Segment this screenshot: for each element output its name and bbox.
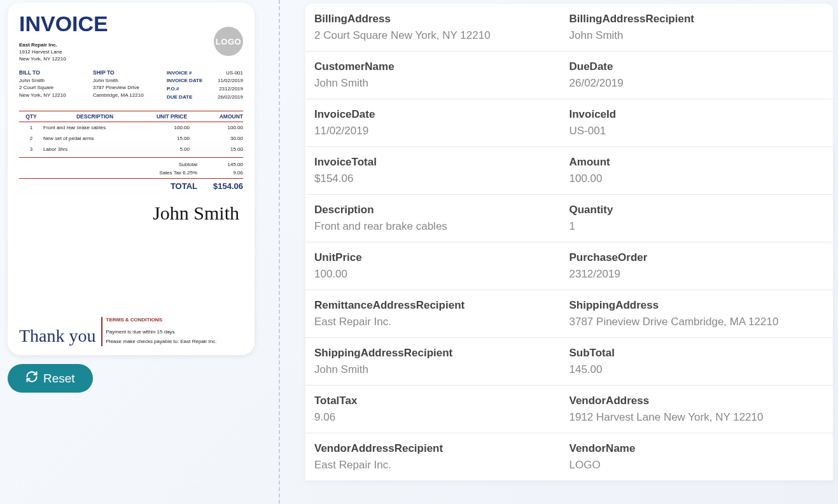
field-label: UnitPrice (314, 251, 569, 264)
items-body: 1Front and rear brake cables100.00100.00… (19, 122, 243, 155)
field-value: US-001 (569, 125, 825, 137)
field-billingaddressrecipient: BillingAddressRecipientJohn Smith (569, 13, 825, 42)
logo-placeholder: LOGO (214, 27, 243, 56)
field-value: 100.00 (569, 172, 825, 185)
field-unitprice: UnitPrice100.00 (314, 251, 569, 281)
field-label: RemittanceAddressRecipient (314, 299, 569, 312)
field-value: 26/02/2019 (569, 77, 825, 90)
field-shippingaddress: ShippingAddress3787 Pineview Drive Cambr… (569, 299, 825, 328)
field-label: VendorAddress (569, 395, 825, 407)
ship-to-block: SHIP TO John Smith 3787 Pineview Drive C… (93, 69, 167, 102)
field-value: 1 (569, 220, 825, 233)
field-label: Amount (569, 156, 825, 169)
field-value: 145.00 (569, 363, 825, 376)
field-value: 2312/2019 (569, 268, 825, 281)
field-value: John Smith (569, 29, 825, 42)
field-value: East Repair Inc. (314, 459, 569, 472)
field-billingaddress: BillingAddress2 Court Square New York, N… (314, 13, 569, 42)
item-row: 1Front and rear brake cables100.00100.00 (19, 122, 243, 133)
field-label: SubTotal (569, 347, 825, 360)
field-row: TotalTax9.06VendorAddress1912 Harvest La… (305, 386, 833, 433)
thank-you-text: Thank you (19, 326, 101, 346)
field-customername: CustomerNameJohn Smith (314, 60, 569, 90)
field-label: Quantity (569, 204, 825, 216)
field-label: CustomerName (314, 60, 569, 73)
field-value: 2 Court Square New York, NY 12210 (314, 29, 569, 42)
field-value: 3787 Pineview Drive Cambridge, MA 12210 (569, 316, 825, 328)
extracted-fields-panel: BillingAddress2 Court Square New York, N… (305, 4, 833, 480)
terms-block: TERMS & CONDITIONS Payment is due within… (101, 317, 217, 346)
field-vendoraddressrecipient: VendorAddressRecipientEast Repair Inc. (314, 442, 569, 472)
field-label: InvoiceId (569, 108, 825, 121)
company-address: East Repair Inc. 1912 Harvest Lane New Y… (19, 41, 243, 63)
field-purchaseorder: PurchaseOrder2312/2019 (569, 251, 825, 281)
field-label: VendorAddressRecipient (314, 442, 569, 455)
field-value: LOGO (569, 459, 825, 472)
reset-button[interactable]: Reset (8, 364, 93, 393)
field-row: InvoiceDate11/02/2019InvoiceIdUS-001 (305, 99, 833, 147)
signature: John Smith (19, 202, 243, 224)
field-value: $154.06 (314, 172, 569, 185)
vertical-divider (279, 0, 280, 504)
field-label: InvoiceDate (314, 108, 569, 121)
field-row: BillingAddress2 Court Square New York, N… (305, 4, 833, 52)
item-row: 2New set of pedal arms15.0030.00 (19, 133, 243, 144)
field-label: PurchaseOrder (569, 251, 825, 264)
field-vendoraddress: VendorAddress1912 Harvest Lane New York,… (569, 395, 825, 424)
field-totaltax: TotalTax9.06 (314, 395, 569, 424)
field-duedate: DueDate26/02/2019 (569, 60, 825, 90)
field-row: UnitPrice100.00PurchaseOrder2312/2019 (305, 242, 833, 290)
item-row: 3Labor 3hrs5.0015.00 (19, 144, 243, 155)
field-vendorname: VendorNameLOGO (569, 442, 825, 472)
items-header: QTY DESCRIPTION UNIT PRICE AMOUNT (19, 111, 243, 122)
field-row: InvoiceTotal$154.06Amount100.00 (305, 147, 833, 195)
refresh-icon (25, 370, 38, 386)
invoice-title: INVOICE (19, 11, 243, 36)
bill-to-block: BILL TO John Smith 2 Court Square New Yo… (19, 69, 93, 102)
field-invoiceid: InvoiceIdUS-001 (569, 108, 825, 137)
field-label: InvoiceTotal (314, 156, 569, 169)
field-label: Description (314, 204, 569, 216)
field-value: Front and rear brake cables (314, 220, 569, 233)
invoice-meta: INVOICE #US-001 INVOICE DATE11/02/2019 P… (167, 69, 243, 102)
field-row: VendorAddressRecipientEast Repair Inc.Ve… (305, 433, 833, 480)
field-value: 100.00 (314, 268, 569, 281)
invoice-summary: Subtotal145.00 Sales Tax 6.25%9.06 TOTAL… (19, 157, 243, 191)
field-label: VendorName (569, 442, 825, 455)
field-amount: Amount100.00 (569, 156, 825, 185)
field-label: ShippingAddressRecipient (314, 347, 569, 360)
field-row: RemittanceAddressRecipientEast Repair In… (305, 290, 833, 338)
field-row: DescriptionFront and rear brake cablesQu… (305, 195, 833, 242)
field-value: 9.06 (314, 411, 569, 424)
field-value: 1912 Harvest Lane New York, NY 12210 (569, 411, 825, 424)
reset-label: Reset (43, 372, 75, 386)
field-subtotal: SubTotal145.00 (569, 347, 825, 376)
field-value: East Repair Inc. (314, 316, 569, 328)
field-row: ShippingAddressRecipientJohn SmithSubTot… (305, 338, 833, 386)
field-value: John Smith (314, 77, 569, 90)
invoice-preview-card: INVOICE LOGO East Repair Inc. 1912 Harve… (8, 3, 255, 355)
field-label: DueDate (569, 60, 825, 73)
field-label: ShippingAddress (569, 299, 825, 312)
field-row: CustomerNameJohn SmithDueDate26/02/2019 (305, 52, 833, 99)
field-invoicetotal: InvoiceTotal$154.06 (314, 156, 569, 185)
field-label: BillingAddressRecipient (569, 13, 825, 25)
field-invoicedate: InvoiceDate11/02/2019 (314, 108, 569, 137)
field-description: DescriptionFront and rear brake cables (314, 204, 569, 233)
field-value: 11/02/2019 (314, 125, 569, 137)
field-value: John Smith (314, 363, 569, 376)
field-remittanceaddressrecipient: RemittanceAddressRecipientEast Repair In… (314, 299, 569, 328)
field-label: BillingAddress (314, 13, 569, 25)
field-quantity: Quantity1 (569, 204, 825, 233)
field-shippingaddressrecipient: ShippingAddressRecipientJohn Smith (314, 347, 569, 376)
field-label: TotalTax (314, 395, 569, 407)
